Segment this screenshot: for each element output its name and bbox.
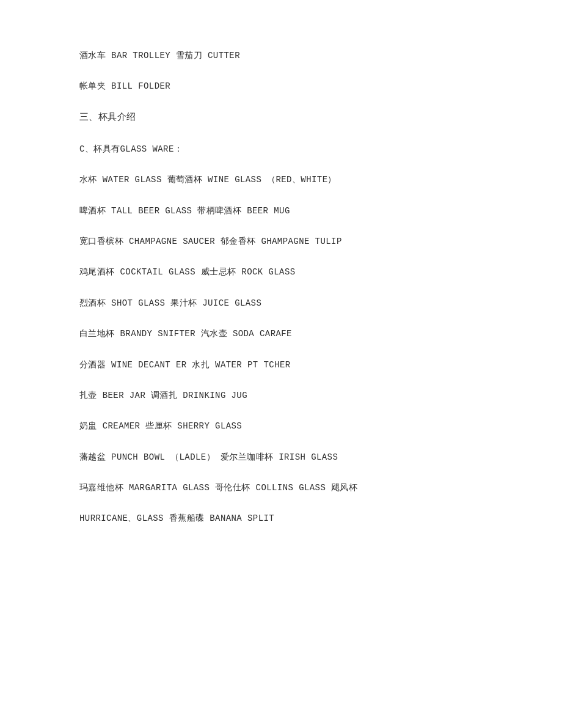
- line-beer-jar-jug: 扎壶 BEER JAR 调酒扎 DRINKING JUG: [79, 389, 483, 402]
- line-cocktail-rock: 鸡尾酒杯 COCKTAIL GLASS 威士忌杯 ROCK GLASS: [79, 265, 483, 279]
- line-decanter-pitcher: 分酒器 WINE DECANT ER 水扎 WATER PT TCHER: [79, 358, 483, 372]
- line-section-heading: 三、杯具介绍: [79, 111, 483, 125]
- line-bill-folder: 帐单夹 BILL FOLDER: [79, 79, 483, 93]
- line-water-wine-glass: 水杯 WATER GLASS 葡萄酒杯 WINE GLASS （RED、WHIT…: [79, 173, 483, 186]
- line-margarita-collins-hurricane: 玛嘉维他杯 MARGARITA GLASS 哥伦仕杯 COLLINS GLASS…: [79, 481, 483, 495]
- line-champagne: 宽口香槟杯 CHAMPAGNE SAUCER 郁金香杯 GHAMPAGNE TU…: [79, 235, 483, 248]
- line-punch-irish: 藩越盆 PUNCH BOWL （LADLE） 爱尔兰咖啡杯 IRISH GLAS…: [79, 450, 483, 464]
- line-glassware-heading: C、杯具有GLASS WARE：: [79, 142, 483, 156]
- line-bar-trolley-cutter: 酒水车 BAR TROLLEY 雪茄刀 CUTTER: [79, 49, 483, 62]
- line-brandy-soda: 白兰地杯 BRANDY SNIFTER 汽水壶 SODA CARAFE: [79, 327, 483, 340]
- line-shot-juice: 烈酒杯 SHOT GLASS 果汁杯 JUICE GLASS: [79, 296, 483, 310]
- line-beer-glass: 啤酒杯 TALL BEER GLASS 带柄啤酒杯 BEER MUG: [79, 204, 483, 218]
- line-hurricane-banana: HURRICANE、GLASS 香蕉船碟 BANANA SPLIT: [79, 512, 483, 525]
- page-content: 酒水车 BAR TROLLEY 雪茄刀 CUTTER 帐单夹 BILL FOLD…: [79, 49, 483, 526]
- line-creamer-sherry: 奶盅 CREAMER 些厘杯 SHERRY GLASS: [79, 419, 483, 433]
